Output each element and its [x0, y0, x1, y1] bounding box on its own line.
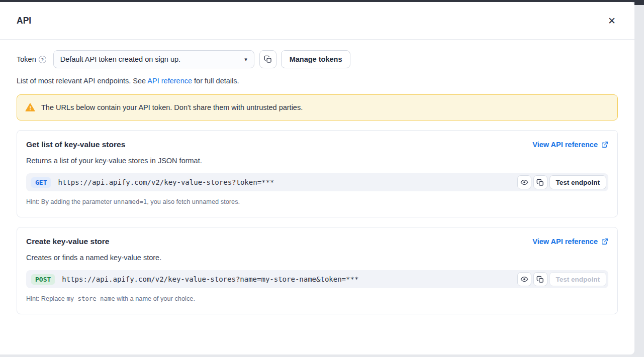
intro-text: List of most relevant API endpoints. See… — [17, 77, 618, 85]
view-api-reference-link[interactable]: View API reference — [532, 237, 608, 246]
card-head: Get list of key-value stores View API re… — [26, 140, 608, 149]
copy-icon — [536, 276, 544, 283]
test-endpoint-button[interactable]: Test endpoint — [549, 175, 607, 189]
manage-tokens-button[interactable]: Manage tokens — [281, 50, 351, 68]
endpoint-description: Creates or finds a named key-value store… — [26, 254, 608, 262]
hint-suffix: , you also fetch unnamed stores. — [147, 198, 240, 205]
endpoint-card-get-list: Get list of key-value stores View API re… — [17, 130, 618, 217]
token-dropdown-value: Default API token created on sign up. — [60, 55, 180, 63]
external-link-icon — [601, 141, 608, 148]
view-api-reference-label: View API reference — [532, 141, 598, 149]
page-corner — [634, 0, 644, 5]
endpoint-card-create-store: Create key-value store View API referenc… — [17, 227, 618, 314]
hint-prefix: Hint: By adding the parameter — [26, 198, 114, 205]
chevron-down-icon: ▾ — [244, 56, 247, 63]
copy-url-button[interactable] — [533, 272, 547, 286]
modal-title: API — [17, 16, 31, 26]
hint-prefix: Hint: Replace — [26, 295, 66, 302]
token-row: Token ? Default API token created on sig… — [17, 50, 618, 68]
endpoint-hint: Hint: Replace my-store-name with a name … — [26, 295, 608, 302]
view-api-reference-link[interactable]: View API reference — [532, 141, 608, 149]
modal-header: API ✕ — [0, 2, 634, 40]
endpoint-description: Returns a list of your key-value stores … — [26, 157, 608, 165]
warning-banner: The URLs below contain your API token. D… — [17, 94, 618, 121]
token-dropdown[interactable]: Default API token created on sign up. ▾ — [53, 50, 254, 68]
endpoint-url-bar: GET https://api.apify.com/v2/key-value-s… — [26, 173, 608, 191]
intro-before: List of most relevant API endpoints. See — [17, 77, 147, 85]
copy-token-button[interactable] — [259, 50, 277, 68]
hint-suffix: with a name of your choice. — [115, 295, 195, 302]
modal-body: Token ? Default API token created on sig… — [0, 50, 634, 314]
reveal-token-button[interactable] — [517, 272, 531, 286]
endpoint-url: https://api.apify.com/v2/key-value-store… — [62, 275, 517, 283]
warning-text: The URLs below contain your API token. D… — [41, 103, 303, 111]
endpoint-hint: Hint: By adding the parameter unnamed=1,… — [26, 198, 608, 205]
card-head: Create key-value store View API referenc… — [26, 237, 608, 246]
close-icon[interactable]: ✕ — [606, 14, 618, 28]
url-actions: Test endpoint — [517, 272, 607, 286]
url-actions: Test endpoint — [517, 175, 607, 189]
hint-code: unnamed=1 — [114, 198, 147, 205]
method-badge: POST — [31, 274, 55, 285]
api-modal: API ✕ Token ? Default API token created … — [0, 2, 634, 354]
test-endpoint-button[interactable]: Test endpoint — [549, 272, 607, 286]
token-label: Token — [17, 55, 36, 63]
intro-after: for full details. — [192, 77, 239, 85]
endpoint-url: https://api.apify.com/v2/key-value-store… — [58, 178, 517, 186]
view-api-reference-label: View API reference — [532, 237, 598, 246]
hint-code: my-store-name — [66, 295, 115, 302]
copy-icon — [536, 179, 544, 186]
reveal-token-button[interactable] — [517, 175, 531, 189]
copy-url-button[interactable] — [533, 175, 547, 189]
method-badge: GET — [31, 177, 51, 188]
warning-icon — [25, 102, 35, 112]
external-link-icon — [601, 238, 608, 245]
copy-icon — [264, 55, 272, 63]
api-reference-link[interactable]: API reference — [147, 77, 192, 85]
endpoint-title: Get list of key-value stores — [26, 140, 125, 149]
eye-icon — [520, 275, 528, 283]
help-icon[interactable]: ? — [39, 56, 46, 63]
eye-icon — [520, 178, 528, 186]
endpoint-title: Create key-value store — [26, 237, 109, 246]
endpoint-url-bar: POST https://api.apify.com/v2/key-value-… — [26, 270, 608, 288]
